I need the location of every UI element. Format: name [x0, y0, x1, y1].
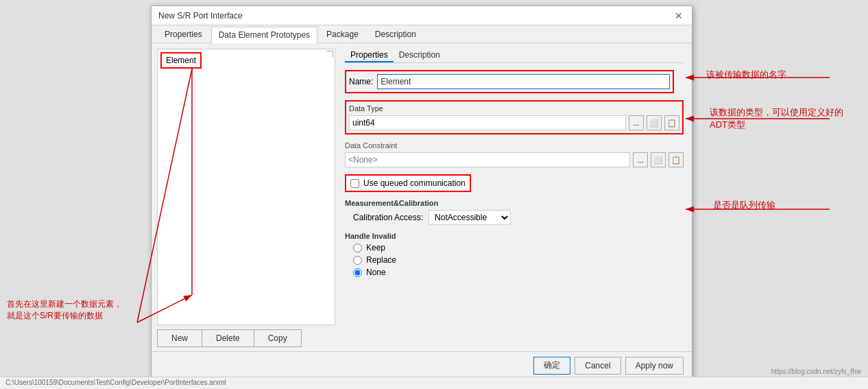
radio-replace-label[interactable]: Replace: [366, 255, 396, 265]
handle-invalid-section: Handle Invalid Keep Replace None: [345, 232, 684, 277]
element-list-item[interactable]: Element: [160, 52, 202, 69]
queued-communication-row: Use queued communication: [345, 174, 471, 192]
right-tab-properties[interactable]: Properties: [345, 49, 394, 62]
data-constraint-row: ... ⬜ 📋: [345, 152, 684, 167]
queued-label[interactable]: Use queued communication: [363, 178, 466, 188]
name-label: Name:: [349, 77, 373, 86]
calibration-row: Calibration Access: NotAccessible ReadOn…: [353, 210, 684, 225]
data-constraint-label: Data Constraint: [345, 141, 684, 150]
data-type-copy-button[interactable]: ⬜: [647, 115, 662, 130]
close-button[interactable]: ✕: [673, 10, 685, 22]
dialog-window: New S/R Port Interface ✕ Properties Data…: [151, 5, 692, 379]
queued-checkbox[interactable]: [350, 179, 359, 188]
name-field-group: Name:: [345, 70, 674, 93]
radio-none: None: [353, 268, 684, 277]
annotation-url: https://blog.csdn.net/zyfs_fhw: [771, 368, 861, 375]
measurement-title: Measurement&Calibration: [345, 199, 684, 207]
data-constraint-group: Data Constraint ... ⬜ 📋: [345, 141, 684, 167]
dialog-footer: 确定 Cancel Apply now: [152, 351, 692, 379]
confirm-button[interactable]: 确定: [533, 357, 570, 375]
panel-buttons: New Delete Copy: [152, 325, 337, 351]
constraint-paste-button[interactable]: 📋: [668, 152, 684, 167]
radio-keep: Keep: [353, 243, 684, 252]
handle-invalid-title: Handle Invalid: [345, 232, 684, 240]
radio-none-input[interactable]: [353, 268, 362, 277]
annotation-right3: 是否是队列传输: [713, 199, 775, 211]
radio-keep-label[interactable]: Keep: [366, 243, 385, 252]
tab-package[interactable]: Package: [319, 26, 366, 43]
copy-button[interactable]: Copy: [254, 329, 302, 347]
dialog-titlebar: New S/R Port Interface ✕: [152, 6, 692, 25]
constraint-copy-button[interactable]: ⬜: [651, 152, 666, 167]
tab-properties[interactable]: Properties: [157, 26, 210, 43]
new-button[interactable]: New: [157, 329, 202, 347]
radio-replace: Replace: [353, 255, 684, 265]
status-bar: C:\Users\100159\Documents\Test\Config\De…: [0, 377, 868, 389]
delete-button[interactable]: Delete: [202, 329, 254, 347]
constraint-browse-button[interactable]: ...: [633, 152, 648, 167]
tab-description[interactable]: Description: [367, 26, 424, 43]
annotation-left: 首先在这里新建一个数据元素，就是这个S/R要传输的数据: [7, 298, 123, 322]
measurement-section: Measurement&Calibration Calibration Acce…: [345, 199, 684, 225]
name-input[interactable]: [377, 74, 670, 89]
annotation-right2: 该数据的类型，可以使用定义好的ADT类型: [710, 106, 847, 131]
data-type-label: Data Type: [349, 104, 679, 113]
calibration-select[interactable]: NotAccessible ReadOnly ReadWrite: [429, 210, 511, 225]
top-tabs-bar: Properties Data Element Prototypes Packa…: [152, 25, 692, 43]
data-type-box: Data Type ... ⬜ 📋: [345, 100, 684, 134]
dialog-title: New S/R Port Interface: [158, 11, 243, 21]
data-constraint-input[interactable]: [345, 152, 630, 167]
data-type-browse-button[interactable]: ...: [629, 115, 644, 130]
data-type-input[interactable]: [349, 115, 626, 130]
calibration-label: Calibration Access:: [353, 213, 423, 222]
right-panel: Properties Description Name: Data Type .…: [337, 43, 692, 351]
right-tabs: Properties Description: [345, 49, 684, 63]
tab-data-element-prototypes[interactable]: Data Element Prototypes: [211, 27, 317, 43]
radio-keep-input[interactable]: [353, 244, 362, 252]
annotation-right1: 该被传输数据的名字: [706, 69, 786, 81]
apply-button[interactable]: Apply now: [625, 357, 684, 375]
radio-replace-input[interactable]: [353, 256, 362, 265]
data-type-paste-button[interactable]: 📋: [664, 115, 679, 130]
status-path: C:\Users\100159\Documents\Test\Config\De…: [5, 379, 226, 388]
radio-group: Keep Replace None: [353, 243, 684, 277]
radio-none-label[interactable]: None: [366, 268, 386, 277]
data-type-row: ... ⬜ 📋: [349, 115, 679, 130]
cancel-button[interactable]: Cancel: [575, 357, 620, 375]
right-tab-description[interactable]: Description: [394, 49, 446, 62]
